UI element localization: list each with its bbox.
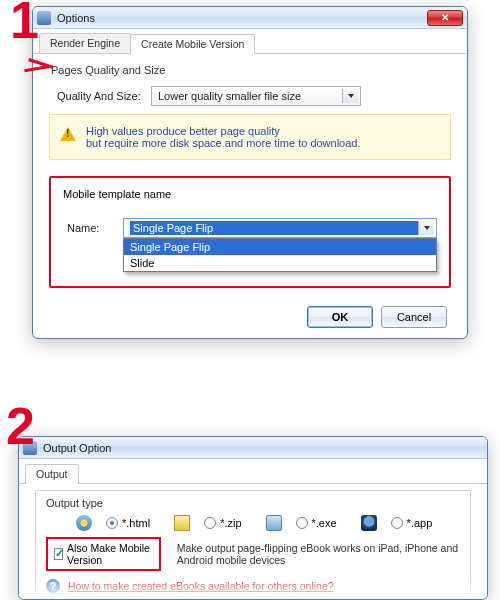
close-button[interactable]	[427, 10, 463, 26]
template-name-combobox[interactable]: Single Page Flip Single Page Flip Slide	[123, 218, 437, 238]
output-option-dialog: Output Option Output Output type *.html …	[18, 436, 488, 600]
template-legend: Mobile template name	[63, 188, 437, 200]
radio-exe[interactable]: *.exe	[296, 517, 337, 529]
template-name-label: Name:	[67, 222, 115, 234]
output-title: Output Option	[43, 442, 483, 454]
options-dialog: Options Render Engine Create Mobile Vers…	[32, 6, 468, 339]
output-tabstrip: Output	[19, 459, 487, 484]
quality-combobox[interactable]: Lower quality smaller file size	[151, 86, 361, 106]
radio-zip[interactable]: *.zip	[204, 517, 241, 529]
html-icon	[76, 515, 92, 531]
warning-line2: but require more disk space and more tim…	[86, 137, 438, 149]
template-option-single-page-flip[interactable]: Single Page Flip	[124, 239, 436, 255]
radio-app[interactable]: *.app	[391, 517, 433, 529]
quality-label: Quality And Size:	[57, 90, 143, 102]
app-icon	[23, 441, 37, 455]
app-icon	[37, 11, 51, 25]
zip-icon	[174, 515, 190, 531]
options-titlebar: Options	[33, 7, 467, 29]
output-type-legend: Output type	[46, 497, 460, 509]
quality-value: Lower quality smaller file size	[158, 90, 301, 102]
quality-warning: High values produce better page quality …	[49, 114, 451, 160]
also-make-mobile-checkbox[interactable]: Also Make Mobile Version	[46, 537, 161, 571]
warning-icon	[60, 127, 76, 143]
warning-line1: High values produce better page quality	[86, 125, 438, 137]
also-make-mobile-hint: Make output page-flipping eBook works on…	[177, 542, 460, 566]
cancel-button[interactable]: Cancel	[381, 306, 447, 328]
tab-output[interactable]: Output	[25, 464, 79, 484]
chevron-down-icon	[418, 221, 434, 235]
app-icon-mac	[361, 515, 377, 531]
radio-html[interactable]: *.html	[106, 517, 150, 529]
template-name-dropdown: Single Page Flip Slide	[123, 238, 437, 272]
tab-create-mobile-version[interactable]: Create Mobile Version	[130, 34, 255, 54]
output-titlebar: Output Option	[19, 437, 487, 459]
exe-icon	[266, 515, 282, 531]
quality-legend: Pages Quality and Size	[51, 64, 449, 76]
template-option-slide[interactable]: Slide	[124, 255, 436, 271]
options-tabstrip: Render Engine Create Mobile Version	[33, 29, 467, 54]
options-title: Options	[57, 12, 427, 24]
tab-render-engine[interactable]: Render Engine	[39, 33, 131, 53]
chevron-down-icon	[342, 89, 358, 103]
template-name-value: Single Page Flip	[130, 221, 430, 235]
ok-button[interactable]: OK	[307, 306, 373, 328]
fade-overlay	[19, 577, 487, 599]
